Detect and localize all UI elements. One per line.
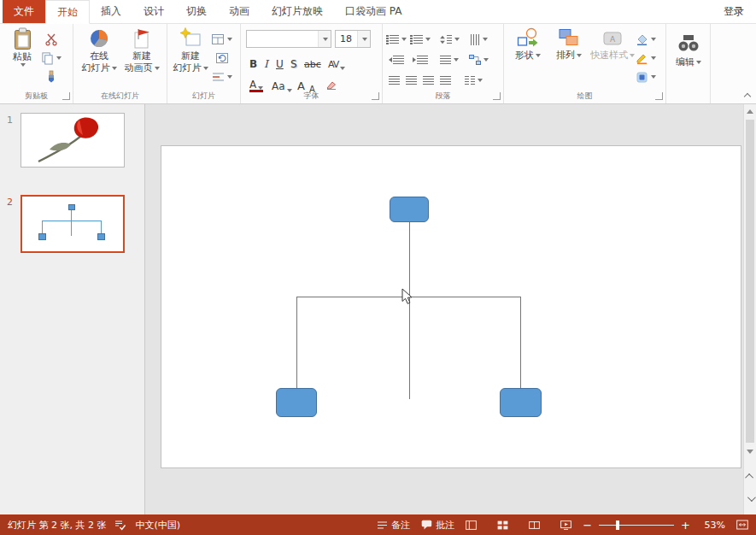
tab-transitions[interactable]: 切换: [175, 0, 218, 23]
underline-button[interactable]: U: [276, 55, 284, 70]
scroll-down-button[interactable]: [744, 444, 756, 458]
notes-toggle[interactable]: 备注: [377, 519, 410, 532]
vertical-scrollbar[interactable]: [743, 104, 756, 514]
tab-pocket-animation[interactable]: 口袋动画 PA: [334, 0, 413, 23]
new-animation-page-button[interactable]: 新建 动画页: [123, 27, 161, 74]
shape-fill-button[interactable]: [636, 31, 656, 48]
bold-label: B: [249, 58, 257, 70]
language-indicator[interactable]: 中文(中国): [135, 519, 180, 532]
comments-toggle[interactable]: 批注: [421, 519, 454, 532]
online-slides-label-line2: 幻灯片: [82, 62, 110, 73]
reading-view-button[interactable]: [529, 520, 540, 530]
reset-slide-button[interactable]: [212, 50, 232, 67]
align-text-icon: [440, 56, 451, 65]
slides-group-label: 幻灯片: [167, 91, 240, 102]
font-size-combo[interactable]: 18: [335, 30, 371, 48]
scroll-up-button[interactable]: [744, 104, 756, 118]
fit-to-window-button[interactable]: [736, 520, 748, 530]
quick-styles-icon: A: [601, 27, 624, 50]
justify-button[interactable]: [437, 72, 453, 89]
connector-vertical-right[interactable]: [520, 297, 521, 390]
online-slides-button[interactable]: 在线 幻灯片: [80, 27, 118, 74]
org-chart-top-box[interactable]: [390, 197, 429, 222]
cut-button[interactable]: [41, 31, 62, 48]
paragraph-group-label: 段落: [383, 91, 503, 102]
new-slide-button[interactable]: 新建 幻灯片: [171, 27, 210, 74]
shape-effects-button[interactable]: [636, 68, 656, 85]
zoom-in-button[interactable]: +: [681, 519, 690, 532]
character-spacing-button[interactable]: AV: [328, 55, 345, 70]
tab-animations[interactable]: 动画: [218, 0, 261, 23]
spell-check-icon[interactable]: [114, 520, 126, 531]
connector-vertical-main[interactable]: [409, 222, 410, 399]
strikethrough-button[interactable]: abc: [304, 55, 321, 70]
zoom-level[interactable]: 53%: [701, 520, 725, 531]
dropdown-arrow-icon: [577, 54, 582, 57]
org-chart-right-box[interactable]: [500, 388, 542, 417]
align-right-button[interactable]: [420, 72, 436, 89]
tab-file[interactable]: 文件: [3, 0, 45, 23]
bullets-button[interactable]: [386, 31, 407, 48]
clipboard-dialog-launcher[interactable]: [62, 92, 70, 100]
tab-design[interactable]: 设计: [132, 0, 175, 23]
editing-canvas[interactable]: [145, 104, 743, 514]
slide-1-number: 1: [7, 115, 13, 126]
tab-insert[interactable]: 插入: [90, 0, 132, 23]
text-shadow-button[interactable]: S: [290, 55, 297, 70]
slides-group: 新建 幻灯片: [167, 24, 241, 103]
font-size-dropdown[interactable]: [357, 31, 370, 47]
columns-button[interactable]: [463, 72, 483, 89]
decrease-indent-button[interactable]: [386, 51, 407, 68]
italic-label: I: [264, 58, 268, 70]
font-name-dropdown[interactable]: [318, 31, 331, 47]
shape-outline-button[interactable]: [636, 50, 656, 67]
shapes-button[interactable]: 形状: [509, 27, 547, 62]
paragraph-dialog-launcher[interactable]: [493, 92, 501, 100]
font-name-combo[interactable]: [246, 30, 331, 48]
paste-button[interactable]: 粘贴: [5, 27, 39, 67]
zoom-slider[interactable]: [599, 525, 674, 526]
align-center-button[interactable]: [403, 72, 419, 89]
drawing-dialog-launcher[interactable]: [655, 92, 663, 100]
slideshow-view-button[interactable]: [560, 520, 571, 530]
tab-home[interactable]: 开始: [45, 0, 90, 24]
quick-styles-button[interactable]: A 快速样式: [589, 27, 636, 62]
normal-view-button[interactable]: [466, 520, 477, 530]
text-direction-button[interactable]: [468, 31, 489, 48]
italic-button[interactable]: I: [264, 55, 268, 70]
previous-slide-button[interactable]: [744, 467, 756, 485]
align-left-button[interactable]: [386, 72, 401, 89]
arrange-button[interactable]: 排列: [550, 27, 588, 62]
collapse-ribbon-button[interactable]: [744, 92, 751, 99]
connector-vertical-left[interactable]: [296, 297, 297, 390]
bold-button[interactable]: B: [249, 55, 257, 70]
pie-chart-icon: [88, 27, 110, 50]
font-dialog-launcher[interactable]: [372, 92, 379, 100]
thumb-connector: [101, 220, 102, 234]
zoom-out-button[interactable]: −: [583, 519, 592, 532]
editing-button[interactable]: 编辑: [670, 32, 707, 68]
layout-button[interactable]: [212, 31, 232, 48]
zoom-slider-thumb[interactable]: [616, 520, 619, 530]
dropdown-arrow-icon: [323, 38, 328, 41]
tab-slideshow[interactable]: 幻灯片放映: [261, 0, 334, 23]
numbering-button[interactable]: [410, 31, 431, 48]
line-spacing-button[interactable]: [439, 31, 460, 48]
align-text-button[interactable]: [439, 51, 460, 68]
dropdown-arrow-icon: [362, 38, 367, 41]
format-painter-button[interactable]: [41, 68, 62, 85]
convert-smartart-button[interactable]: [468, 51, 489, 68]
shapes-label: 形状: [515, 50, 534, 61]
slide-sorter-view-button[interactable]: [497, 520, 508, 530]
increase-indent-button[interactable]: [410, 51, 431, 68]
org-chart-left-box[interactable]: [276, 388, 317, 417]
next-slide-button[interactable]: [744, 489, 756, 508]
section-button[interactable]: [212, 68, 232, 85]
paste-icon: [12, 27, 33, 51]
slide-2-thumbnail[interactable]: [21, 195, 125, 253]
slide-surface[interactable]: [161, 145, 741, 468]
copy-button[interactable]: [41, 50, 62, 67]
scrollbar-thumb[interactable]: [746, 120, 754, 443]
sign-in-button[interactable]: 登录: [712, 0, 756, 23]
slide-1-thumbnail[interactable]: [21, 113, 125, 168]
